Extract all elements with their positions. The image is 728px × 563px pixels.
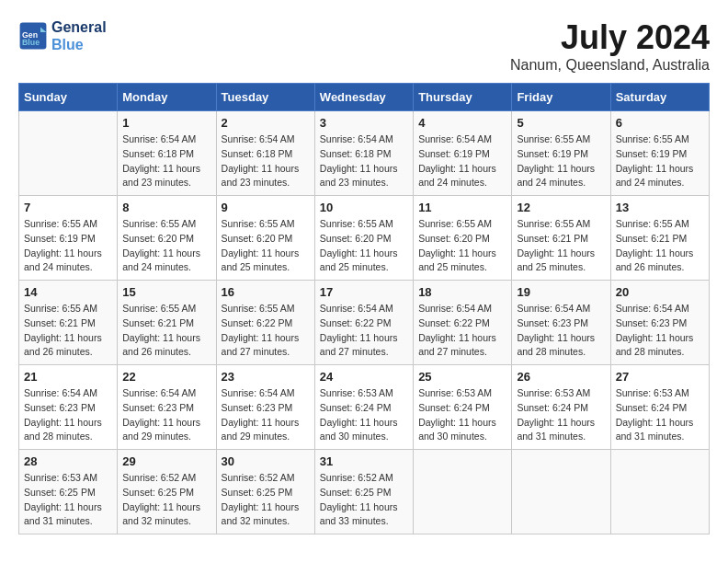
calendar-body: 1Sunrise: 6:54 AMSunset: 6:18 PMDaylight… — [19, 111, 710, 534]
calendar-header: SundayMondayTuesdayWednesdayThursdayFrid… — [19, 84, 710, 111]
title-area: July 2024 Nanum, Queensland, Australia — [510, 18, 710, 74]
day-info: Sunrise: 6:55 AMSunset: 6:20 PMDaylight:… — [222, 217, 310, 275]
day-number: 28 — [24, 454, 112, 468]
calendar-day-cell: 7Sunrise: 6:55 AMSunset: 6:19 PMDaylight… — [19, 196, 118, 281]
day-number: 9 — [222, 201, 310, 214]
day-info: Sunrise: 6:54 AMSunset: 6:19 PMDaylight:… — [418, 132, 506, 190]
calendar-day-cell: 2Sunrise: 6:54 AMSunset: 6:18 PMDaylight… — [216, 111, 314, 196]
day-info: Sunrise: 6:55 AMSunset: 6:21 PMDaylight:… — [517, 217, 605, 275]
day-info: Sunrise: 6:52 AMSunset: 6:25 PMDaylight:… — [222, 471, 310, 529]
calendar-day-cell: 16Sunrise: 6:55 AMSunset: 6:22 PMDayligh… — [216, 281, 314, 365]
day-number: 23 — [222, 370, 310, 384]
calendar-day-cell: 1Sunrise: 6:54 AMSunset: 6:18 PMDaylight… — [118, 111, 216, 196]
day-info: Sunrise: 6:52 AMSunset: 6:25 PMDaylight:… — [122, 471, 210, 529]
day-number: 6 — [616, 116, 704, 130]
calendar-day-cell: 24Sunrise: 6:53 AMSunset: 6:24 PMDayligh… — [314, 365, 413, 450]
calendar-day-cell: 15Sunrise: 6:55 AMSunset: 6:21 PMDayligh… — [118, 281, 216, 365]
calendar-week-row: 21Sunrise: 6:54 AMSunset: 6:23 PMDayligh… — [19, 365, 710, 450]
calendar-day-cell: 27Sunrise: 6:53 AMSunset: 6:24 PMDayligh… — [610, 365, 709, 450]
day-number: 2 — [222, 116, 310, 130]
day-number: 11 — [418, 201, 506, 214]
weekday-header-saturday: Saturday — [610, 84, 709, 111]
calendar-day-cell: 12Sunrise: 6:55 AMSunset: 6:21 PMDayligh… — [512, 196, 610, 281]
page-header: Gen Blue General Blue July 2024 Nanum, Q… — [18, 18, 710, 74]
day-number: 18 — [418, 285, 506, 299]
day-info: Sunrise: 6:53 AMSunset: 6:24 PMDaylight:… — [320, 386, 408, 444]
day-info: Sunrise: 6:53 AMSunset: 6:24 PMDaylight:… — [418, 386, 506, 444]
day-number: 27 — [616, 370, 704, 384]
day-info: Sunrise: 6:55 AMSunset: 6:20 PMDaylight:… — [320, 217, 408, 275]
calendar-day-cell: 22Sunrise: 6:54 AMSunset: 6:23 PMDayligh… — [118, 365, 216, 450]
calendar-day-cell: 13Sunrise: 6:55 AMSunset: 6:21 PMDayligh… — [610, 196, 709, 281]
calendar-day-cell: 25Sunrise: 6:53 AMSunset: 6:24 PMDayligh… — [414, 365, 512, 450]
calendar-day-cell: 20Sunrise: 6:54 AMSunset: 6:23 PMDayligh… — [610, 281, 709, 365]
logo-text: General Blue — [51, 18, 107, 53]
day-number: 20 — [616, 285, 704, 299]
calendar-day-cell: 5Sunrise: 6:55 AMSunset: 6:19 PMDaylight… — [512, 111, 610, 196]
svg-text:Blue: Blue — [22, 39, 40, 48]
month-year-title: July 2024 — [510, 18, 710, 57]
day-number: 29 — [122, 454, 210, 468]
logo-icon: Gen Blue — [18, 21, 48, 51]
calendar-day-cell: 26Sunrise: 6:53 AMSunset: 6:24 PMDayligh… — [512, 365, 610, 450]
day-info: Sunrise: 6:55 AMSunset: 6:21 PMDaylight:… — [122, 302, 210, 360]
day-number: 19 — [517, 285, 605, 299]
day-info: Sunrise: 6:55 AMSunset: 6:20 PMDaylight:… — [418, 217, 506, 275]
calendar-day-cell: 9Sunrise: 6:55 AMSunset: 6:20 PMDaylight… — [216, 196, 314, 281]
calendar-week-row: 1Sunrise: 6:54 AMSunset: 6:18 PMDaylight… — [19, 111, 710, 196]
calendar-day-cell: 17Sunrise: 6:54 AMSunset: 6:22 PMDayligh… — [314, 281, 413, 365]
day-info: Sunrise: 6:54 AMSunset: 6:22 PMDaylight:… — [320, 302, 408, 360]
day-number: 26 — [517, 370, 605, 384]
calendar-day-cell: 23Sunrise: 6:54 AMSunset: 6:23 PMDayligh… — [216, 365, 314, 450]
logo: Gen Blue General Blue — [18, 18, 107, 53]
calendar-day-cell: 6Sunrise: 6:55 AMSunset: 6:19 PMDaylight… — [610, 111, 709, 196]
weekday-header-thursday: Thursday — [414, 84, 512, 111]
day-info: Sunrise: 6:53 AMSunset: 6:24 PMDaylight:… — [517, 386, 605, 444]
calendar-week-row: 7Sunrise: 6:55 AMSunset: 6:19 PMDaylight… — [19, 196, 710, 281]
day-info: Sunrise: 6:55 AMSunset: 6:19 PMDaylight:… — [616, 132, 704, 190]
weekday-header-monday: Monday — [118, 84, 216, 111]
day-number: 3 — [320, 116, 408, 130]
weekday-header-wednesday: Wednesday — [314, 84, 413, 111]
calendar-day-cell: 11Sunrise: 6:55 AMSunset: 6:20 PMDayligh… — [414, 196, 512, 281]
day-number: 5 — [517, 116, 605, 130]
calendar-day-cell: 14Sunrise: 6:55 AMSunset: 6:21 PMDayligh… — [19, 281, 118, 365]
day-number: 10 — [320, 201, 408, 214]
calendar-day-cell: 10Sunrise: 6:55 AMSunset: 6:20 PMDayligh… — [314, 196, 413, 281]
day-info: Sunrise: 6:53 AMSunset: 6:25 PMDaylight:… — [24, 471, 112, 529]
day-info: Sunrise: 6:55 AMSunset: 6:19 PMDaylight:… — [517, 132, 605, 190]
empty-day-cell — [414, 450, 512, 534]
calendar-day-cell: 19Sunrise: 6:54 AMSunset: 6:23 PMDayligh… — [512, 281, 610, 365]
calendar-day-cell: 18Sunrise: 6:54 AMSunset: 6:22 PMDayligh… — [414, 281, 512, 365]
calendar-day-cell: 3Sunrise: 6:54 AMSunset: 6:18 PMDaylight… — [314, 111, 413, 196]
calendar-table: SundayMondayTuesdayWednesdayThursdayFrid… — [18, 83, 710, 534]
day-info: Sunrise: 6:54 AMSunset: 6:23 PMDaylight:… — [517, 302, 605, 360]
day-info: Sunrise: 6:53 AMSunset: 6:24 PMDaylight:… — [616, 386, 704, 444]
day-number: 15 — [122, 285, 210, 299]
calendar-day-cell: 30Sunrise: 6:52 AMSunset: 6:25 PMDayligh… — [216, 450, 314, 534]
day-info: Sunrise: 6:52 AMSunset: 6:25 PMDaylight:… — [320, 471, 408, 529]
day-info: Sunrise: 6:54 AMSunset: 6:23 PMDaylight:… — [222, 386, 310, 444]
calendar-day-cell: 8Sunrise: 6:55 AMSunset: 6:20 PMDaylight… — [118, 196, 216, 281]
day-number: 1 — [122, 116, 210, 130]
calendar-day-cell: 29Sunrise: 6:52 AMSunset: 6:25 PMDayligh… — [118, 450, 216, 534]
empty-day-cell — [19, 111, 118, 196]
empty-day-cell — [512, 450, 610, 534]
day-number: 21 — [24, 370, 112, 384]
calendar-day-cell: 31Sunrise: 6:52 AMSunset: 6:25 PMDayligh… — [314, 450, 413, 534]
day-number: 24 — [320, 370, 408, 384]
day-number: 12 — [517, 201, 605, 214]
day-info: Sunrise: 6:54 AMSunset: 6:23 PMDaylight:… — [616, 302, 704, 360]
location-subtitle: Nanum, Queensland, Australia — [510, 57, 710, 74]
weekday-header-friday: Friday — [512, 84, 610, 111]
day-number: 25 — [418, 370, 506, 384]
day-info: Sunrise: 6:54 AMSunset: 6:23 PMDaylight:… — [122, 386, 210, 444]
weekday-header-tuesday: Tuesday — [216, 84, 314, 111]
day-info: Sunrise: 6:54 AMSunset: 6:22 PMDaylight:… — [418, 302, 506, 360]
calendar-day-cell: 28Sunrise: 6:53 AMSunset: 6:25 PMDayligh… — [19, 450, 118, 534]
day-info: Sunrise: 6:54 AMSunset: 6:18 PMDaylight:… — [122, 132, 210, 190]
day-info: Sunrise: 6:54 AMSunset: 6:18 PMDaylight:… — [222, 132, 310, 190]
day-number: 7 — [24, 201, 112, 214]
day-number: 4 — [418, 116, 506, 130]
calendar-day-cell: 21Sunrise: 6:54 AMSunset: 6:23 PMDayligh… — [19, 365, 118, 450]
